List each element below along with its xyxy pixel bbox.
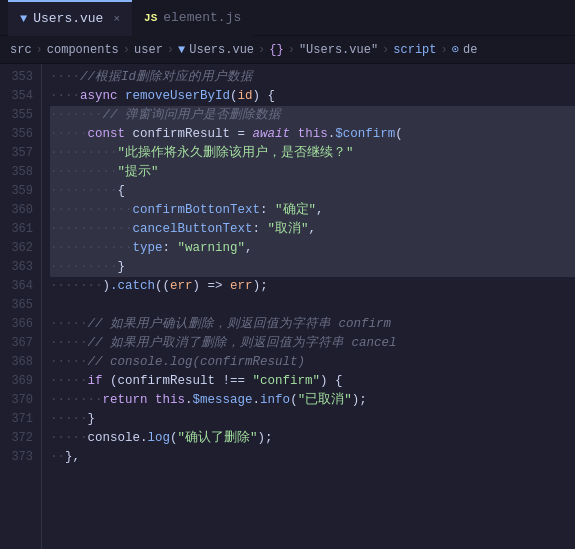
breadcrumb-de: de — [463, 43, 477, 57]
line-number-365: 365 — [0, 296, 41, 315]
token-method: info — [260, 391, 290, 410]
tab-users-vue[interactable]: ▼ Users.vue × — [8, 0, 132, 36]
code-area: 3533543553563573583593603613623633643653… — [0, 64, 575, 549]
token-plain: . — [140, 429, 148, 448]
token-plain — [118, 87, 126, 106]
line-number-361: 361 — [0, 220, 41, 239]
token-plain: ); — [253, 277, 268, 296]
token-dots: ····· — [50, 429, 88, 448]
token-string: "已取消" — [298, 391, 352, 410]
token-param: id — [238, 87, 253, 106]
token-plain: !== — [215, 372, 253, 391]
token-dots: ····· — [50, 410, 88, 429]
token-plain: ( — [230, 87, 238, 106]
token-dots: ····· — [50, 372, 88, 391]
code-line-365 — [50, 296, 575, 315]
token-plain: . — [253, 391, 261, 410]
tab-element-js-label: element.js — [163, 10, 241, 25]
token-plain: ) — [103, 277, 111, 296]
token-plain: . — [328, 125, 336, 144]
sep1: › — [36, 43, 43, 57]
token-this: this — [155, 391, 185, 410]
tab-users-vue-label: Users.vue — [33, 11, 103, 26]
sep4: › — [258, 43, 265, 57]
token-keyword: async — [80, 87, 118, 106]
code-line-360: ···········confirmBottonText: "确定", — [50, 201, 575, 220]
token-comment: // console.log(confirmResult) — [88, 353, 306, 372]
sep2: › — [123, 43, 130, 57]
code-line-357: ·········"此操作将永久删除该用户，是否继续？" — [50, 144, 575, 163]
token-func: removeUserById — [125, 87, 230, 106]
tab-close-button[interactable]: × — [113, 13, 120, 25]
token-param: err — [230, 277, 253, 296]
token-plain: console — [88, 429, 141, 448]
line-number-359: 359 — [0, 182, 41, 201]
token-plain — [290, 125, 298, 144]
breadcrumb-users-vue: Users.vue — [189, 43, 254, 57]
token-string: "warning" — [178, 239, 246, 258]
token-prop: confirmBottonText — [133, 201, 261, 220]
code-line-361: ···········cancelButtonText: "取消", — [50, 220, 575, 239]
token-dots: ···· — [50, 68, 80, 87]
token-method: .catch — [110, 277, 155, 296]
sep5: › — [288, 43, 295, 57]
code-line-364: ·······).catch((err) => err); — [50, 277, 575, 296]
token-dots: ······· — [50, 106, 103, 125]
code-line-354: ····async removeUserById(id) { — [50, 87, 575, 106]
token-string: "取消" — [268, 220, 309, 239]
line-number-356: 356 — [0, 125, 41, 144]
token-method: $message — [193, 391, 253, 410]
token-method: log — [148, 429, 171, 448]
token-plain — [125, 125, 133, 144]
token-dots: ·· — [50, 448, 65, 467]
code-content: ····//根据Id删除对应的用户数据····async removeUserB… — [42, 64, 575, 549]
line-number-364: 364 — [0, 277, 41, 296]
token-dots: ··········· — [50, 201, 133, 220]
line-number-355: 355 — [0, 106, 41, 125]
line-number-354: 354 — [0, 87, 41, 106]
line-number-357: 357 — [0, 144, 41, 163]
token-dots: ··········· — [50, 239, 133, 258]
code-line-355: ·······// 弹窗询问用户是否删除数据 — [50, 106, 575, 125]
line-number-370: 370 — [0, 391, 41, 410]
title-bar: ▼ Users.vue × JS element.js — [0, 0, 575, 36]
line-number-373: 373 — [0, 448, 41, 467]
token-prop: cancelButtonText — [133, 220, 253, 239]
sep3: › — [167, 43, 174, 57]
token-keyword: if — [88, 372, 103, 391]
code-line-369: ·····if (confirmResult !== "confirm") { — [50, 372, 575, 391]
token-dots: ········· — [50, 182, 118, 201]
token-plain: => — [200, 277, 230, 296]
token-dots: ······· — [50, 391, 103, 410]
token-plain: : — [163, 239, 178, 258]
token-keyword: return — [103, 391, 148, 410]
sep6: › — [382, 43, 389, 57]
token-plain: ); — [258, 429, 273, 448]
token-string: "confirm" — [253, 372, 321, 391]
token-dots: ····· — [50, 125, 88, 144]
token-plain: ( — [170, 429, 178, 448]
token-dots: ········· — [50, 144, 118, 163]
breadcrumb-users-vue-str: "Users.vue" — [299, 43, 378, 57]
code-line-370: ·······return this.$message.info("已取消"); — [50, 391, 575, 410]
line-number-363: 363 — [0, 258, 41, 277]
token-plain: } — [118, 258, 126, 277]
js-tab-icon: JS — [144, 12, 157, 24]
token-string: "提示" — [118, 163, 159, 182]
code-line-359: ·········{ — [50, 182, 575, 201]
tab-element-js[interactable]: JS element.js — [132, 0, 253, 36]
line-number-371: 371 — [0, 410, 41, 429]
line-number-367: 367 — [0, 334, 41, 353]
token-comment: // 弹窗询问用户是否删除数据 — [103, 106, 282, 125]
token-dots: ········· — [50, 258, 118, 277]
line-number-353: 353 — [0, 68, 41, 87]
code-line-368: ·····// console.log(confirmResult) — [50, 353, 575, 372]
token-plain: (( — [155, 277, 170, 296]
breadcrumb-src: src — [10, 43, 32, 57]
token-keyword: const — [88, 125, 126, 144]
token-plain — [148, 391, 156, 410]
token-string: "确认了删除" — [178, 429, 258, 448]
token-plain: } — [88, 410, 96, 429]
token-plain: : — [253, 220, 268, 239]
line-numbers: 3533543553563573583593603613623633643653… — [0, 64, 42, 549]
